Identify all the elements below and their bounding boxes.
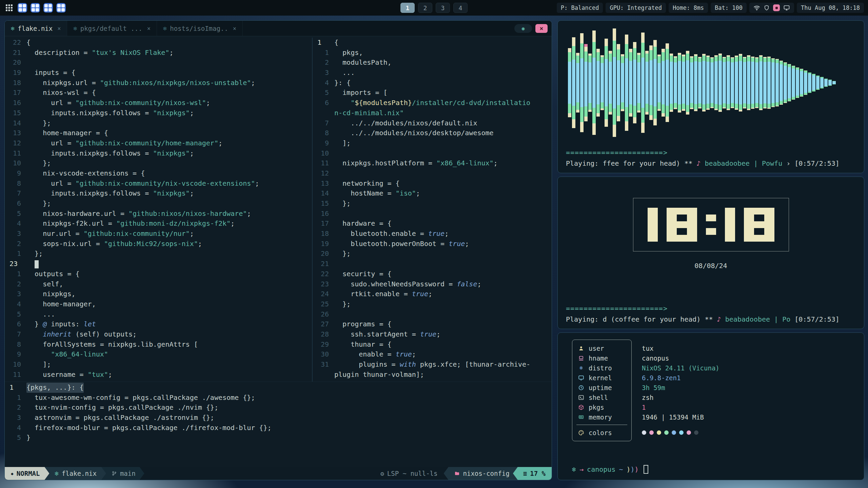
code-line: 14 }; — [5, 118, 312, 128]
tab-pkgs-default-[interactable]: ❄pkgs/default ...× — [67, 21, 157, 36]
code-line: 7 inherit (self) outputs; — [5, 329, 312, 340]
viz-bar — [625, 35, 628, 131]
code-line: 4 home-manager, — [5, 299, 312, 309]
track-time: [0:57/2:53] — [794, 315, 839, 323]
now-playing-line: Playing: ffee for your head) ** ♪ beabad… — [566, 159, 856, 167]
user-icon — [578, 345, 585, 351]
lsp-label: LSP ~ null-ls — [387, 470, 438, 477]
viz-bar — [633, 42, 636, 123]
clock-widget[interactable]: Thu Aug 08, 18:18 — [797, 3, 864, 13]
viz-bar — [613, 28, 616, 137]
pane-iso-image[interactable]: 1{1 pkgs,2 modulesPath,3 ...4}: {5 impor… — [313, 38, 552, 382]
code-line: 5 imports = [ — [313, 88, 552, 98]
viz-bar — [723, 57, 726, 108]
toggle-button[interactable]: ◉ — [514, 24, 532, 33]
tab-hosts-isoImag-[interactable]: ❄hosts/isoImag..× — [157, 21, 243, 36]
tab-close-icon[interactable]: × — [147, 25, 151, 32]
uptime-icon — [578, 385, 585, 391]
playing-prefix: Playing: — [566, 159, 603, 167]
viz-bar — [759, 55, 763, 110]
pane-flake-nix[interactable]: 22{21 description = "tux's NixOS Flake";… — [5, 38, 312, 382]
code-line: 9 "x86_64-linux" — [5, 349, 312, 360]
taskbar-app-icon[interactable] — [56, 3, 66, 13]
keyboard-layout-icon[interactable] — [773, 4, 780, 11]
code-line: 7 ../../modules/nixos/default.nix — [313, 118, 552, 128]
palette-icon — [578, 430, 585, 436]
statusline: ◆ NORMAL ❄ flake.nix main ⚙ LSP ~ null-l… — [5, 467, 552, 480]
close-button[interactable]: × — [535, 24, 548, 33]
track-time: [0:57/2:53] — [794, 159, 839, 167]
viz-bar — [808, 73, 811, 93]
code-line: 5 ... — [5, 309, 312, 320]
viz-bar — [572, 37, 575, 128]
display-icon[interactable] — [783, 4, 790, 11]
viz-bar — [792, 66, 795, 100]
artist-names: beabadoobee | Po — [725, 315, 791, 323]
viz-bar — [666, 43, 669, 122]
separator — [790, 315, 794, 323]
taskbar-app-icon[interactable] — [18, 3, 27, 13]
code-line: 2 tux-nvim-config = pkgs.callPackage ./n… — [5, 403, 552, 413]
viz-bar — [771, 58, 775, 107]
tab-flake-nix[interactable]: ❄flake.nix× — [5, 21, 67, 36]
code-line: 22{ — [5, 38, 312, 48]
workspace-tag-4[interactable]: 4 — [453, 3, 468, 13]
status-pill: GPU: Integrated — [606, 3, 666, 13]
wifi-icon[interactable] — [753, 4, 760, 11]
mode-segment: ◆ NORMAL — [5, 467, 49, 480]
code-line: 27 programs = { — [313, 319, 552, 329]
fetch-divider — [576, 425, 627, 425]
status-pill: Bat: 100 — [711, 3, 747, 13]
percent-label: 17 % — [530, 470, 546, 477]
folder-icon — [454, 471, 460, 476]
tray-icons — [749, 3, 794, 13]
workspace-tag-2[interactable]: 2 — [418, 3, 432, 13]
prompt-path: ~ — [619, 465, 623, 473]
code-line: plugin thunar-volman]; — [313, 370, 552, 380]
code-line: 1 outputs = { — [5, 269, 312, 279]
fetch-label: shell — [589, 394, 608, 401]
code-line: 1{ — [313, 38, 552, 48]
color-swatch — [664, 430, 669, 435]
music-note-icon: ♪ — [717, 315, 725, 323]
fetch-label: kernel — [589, 374, 612, 382]
code-line: 10 }; — [5, 158, 312, 168]
fetch-label: uptime — [589, 384, 612, 391]
fetch-value-hname: canopus — [642, 353, 719, 363]
viz-bar — [763, 57, 767, 108]
color-swatch — [672, 430, 676, 435]
clock-colon — [706, 208, 716, 242]
code-line: 8 url = "github:nix-community/nix-vscode… — [5, 179, 312, 189]
viz-bar — [596, 49, 600, 117]
workspace-tag-3[interactable]: 3 — [436, 3, 450, 13]
nix-icon: ❄ — [73, 25, 77, 32]
workspace-tag-1[interactable]: 1 — [400, 3, 415, 13]
pane-pkgs-default[interactable]: 1{pkgs, ...}: {1 tux-awesome-wm-config =… — [5, 382, 552, 467]
shield-icon[interactable] — [764, 4, 770, 11]
code-line: 11 inputs.nixpkgs.follows = "nixpkgs"; — [5, 148, 312, 159]
tty-clock — [633, 198, 789, 251]
code-line: 8 ../../modules/nixos/desktop/awesome — [313, 128, 552, 138]
fetch-value-user: tux — [642, 343, 719, 353]
taskbar-right: P: BalancedGPU: IntegratedHome: 8msBat: … — [557, 3, 864, 13]
taskbar-app-icon[interactable] — [31, 3, 40, 13]
code-line: 13 networking = { — [313, 179, 552, 189]
tab-close-icon[interactable]: × — [57, 25, 61, 32]
code-line: 18 bluetooth.enable = true; — [313, 229, 552, 239]
launcher-icon[interactable] — [4, 3, 14, 13]
viz-bar — [662, 49, 665, 117]
tab-close-icon[interactable]: × — [233, 25, 236, 32]
code-line: 1 pkgs, — [313, 48, 552, 58]
fetch-label: distro — [589, 364, 612, 372]
shell-prompt[interactable]: ❄ → canopus ~ ))) — [572, 465, 648, 474]
taskbar-app-icon[interactable] — [43, 3, 53, 13]
mode-label: NORMAL — [17, 470, 40, 477]
desktop: { "topbar": { "tags": [ {"label":"1","ac… — [0, 0, 868, 488]
viz-bar — [702, 54, 706, 111]
music-note-icon: ♪ — [696, 159, 705, 167]
nix-icon: ❄ — [11, 25, 14, 32]
viz-bar — [780, 61, 783, 105]
status-pill: Home: 8ms — [669, 3, 708, 13]
code-line: 23 — [5, 259, 312, 269]
gear-icon: ⚙ — [380, 470, 384, 477]
